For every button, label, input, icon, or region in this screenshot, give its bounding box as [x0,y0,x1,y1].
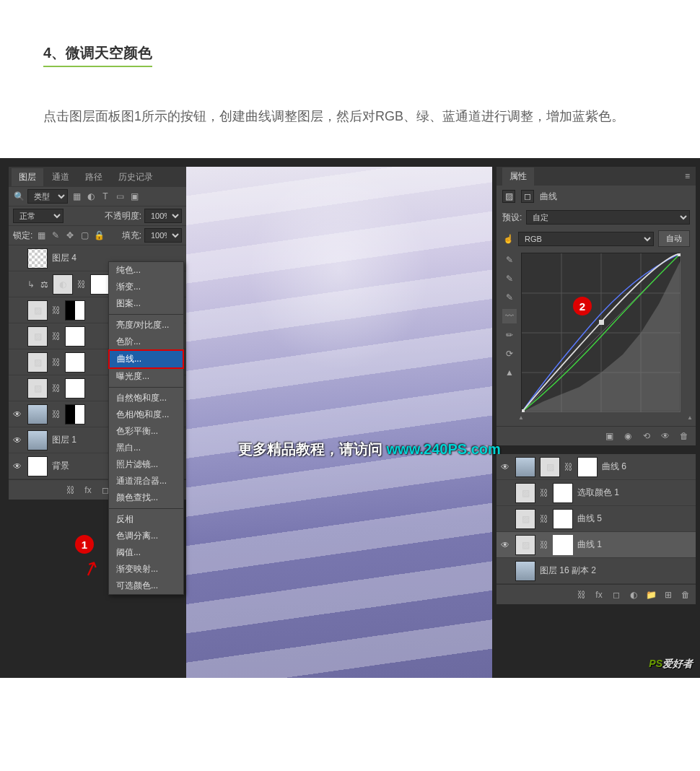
menu-selective-color[interactable]: 可选颜色... [109,578,183,594]
trash-icon[interactable]: 🗑 [678,431,690,441]
balance-icon: ⚖ [40,279,48,289]
filter-adjust-icon[interactable]: ◐ [85,191,97,202]
menu-hue-sat[interactable]: 色相/饱和度... [109,406,183,423]
layer-item[interactable]: 👁 ▨ ⛓ 曲线 6 [496,454,696,480]
opacity-select[interactable]: 100% [144,209,182,223]
eyedropper-black-icon[interactable]: ✎ [502,253,517,267]
lock-move-icon[interactable]: ✥ [64,230,76,241]
curve-graph[interactable] [521,253,680,411]
menu-channel-mixer[interactable]: 通道混合器... [109,473,183,489]
visibility-toggle[interactable]: 👁 [499,539,511,551]
visibility-toggle[interactable] [12,357,23,368]
visibility-toggle[interactable] [12,331,23,342]
adj-thumb: ▨ [27,352,48,373]
previous-state-icon[interactable]: ◉ [622,431,634,441]
new-group-icon[interactable]: 📁 [645,590,657,600]
visibility-toggle[interactable] [499,513,511,525]
layer-name: 选取颜色 1 [577,487,693,499]
new-adjustment-layer-icon[interactable]: ◐ [628,590,639,600]
link-icon: ⛓ [564,462,573,472]
hand-icon[interactable]: ☝ [502,233,514,245]
menu-solid-color[interactable]: 纯色... [109,262,183,279]
visibility-toggle[interactable] [12,253,23,264]
channel-select[interactable]: RGB [518,232,654,246]
curve-handle [599,320,604,325]
menu-exposure[interactable]: 曝光度... [109,368,183,385]
layer-item[interactable]: ▨ ⛓ 选取颜色 1 [496,480,696,506]
fill-select[interactable]: 100% [144,228,182,243]
smooth-icon[interactable]: ⟳ [502,347,517,361]
lock-all-icon[interactable]: 🔒 [93,230,105,241]
filter-image-icon[interactable]: ▦ [71,191,82,202]
visibility-toggle[interactable] [12,305,23,316]
blend-mode-select[interactable]: 正常 [13,209,64,223]
adj-icon-thumb: ▨ [515,483,535,503]
curve-pencil-tool-icon[interactable]: ✏ [502,328,517,342]
tab-paths[interactable]: 路径 [78,168,110,186]
filter-shape-icon[interactable]: ▭ [114,191,126,202]
clip-icon[interactable]: ▲ [502,365,517,380]
tab-layers[interactable]: 图层 [12,168,43,186]
props-footer: ▣ ◉ ⟲ 👁 🗑 [496,426,696,445]
layer-item[interactable]: 图层 16 副本 2 [496,558,696,584]
lock-artboard-icon[interactable]: ▢ [79,230,90,241]
menu-color-lookup[interactable]: 颜色查找... [109,489,183,506]
visibility-toggle[interactable]: 👁 [12,409,23,420]
filter-smart-icon[interactable]: ▣ [128,191,140,202]
menu-gradient[interactable]: 渐变... [109,279,183,295]
menu-curves[interactable]: 曲线... [108,349,184,369]
clip-to-layer-icon[interactable]: ▣ [603,431,615,441]
visibility-toggle[interactable] [499,487,511,499]
watermark-link[interactable]: www.240PS.com [387,441,501,457]
menu-vibrance[interactable]: 自然饱和度... [109,390,183,406]
adjustment-type-label: 曲线 [540,191,557,203]
menu-invert[interactable]: 反相 [109,511,183,528]
link-icon: ⛓ [52,409,61,419]
layer-item[interactable]: 👁 ▨ ⛓ 曲线 1 [496,532,696,558]
eyedropper-gray-icon[interactable]: ✎ [502,271,517,286]
tab-channels[interactable]: 通道 [45,168,76,186]
auto-button[interactable]: 自动 [658,230,690,247]
link-layers-icon[interactable]: ⛓ [576,590,587,600]
link-icon: ⛓ [52,331,61,341]
visibility-toggle[interactable] [12,383,23,394]
tab-history[interactable]: 历史记录 [111,168,160,186]
lock-trans-icon[interactable]: ▦ [35,230,47,241]
menu-posterize[interactable]: 色调分离... [109,528,183,544]
menu-photo-filter[interactable]: 照片滤镜... [109,456,183,473]
menu-pattern[interactable]: 图案... [109,295,183,312]
filter-text-icon[interactable]: T [100,191,111,202]
link-icon: ⛓ [540,488,548,498]
visibility-toggle[interactable] [12,279,23,290]
visibility-toggle[interactable] [499,565,511,577]
menu-gradient-map[interactable]: 渐变映射... [109,561,183,578]
panel-menu-icon[interactable]: ≡ [685,171,690,181]
link-icon: ⛓ [540,514,548,524]
fx-icon[interactable]: fx [82,485,94,495]
new-layer-icon[interactable]: ⊞ [662,590,674,600]
toggle-visibility-icon[interactable]: 👁 [660,431,671,441]
input-slider[interactable] [521,414,690,422]
link-layers-icon[interactable]: ⛓ [65,485,76,495]
menu-color-balance[interactable]: 色彩平衡... [109,423,183,440]
layer-filter-row: 🔍 类型 ▦ ◐ T ▭ ▣ [9,187,186,206]
layer-item[interactable]: ▨ ⛓ 曲线 5 [496,506,696,532]
reset-icon[interactable]: ⟲ [641,431,652,441]
lock-paint-icon[interactable]: ✎ [50,230,61,241]
curve-point-tool-icon[interactable]: 〰 [502,309,517,323]
preset-select[interactable]: 自定 [526,210,690,225]
eyedropper-white-icon[interactable]: ✎ [502,290,517,305]
link-icon: ⛓ [52,305,61,315]
visibility-toggle[interactable]: 👁 [12,461,23,472]
filter-type-select[interactable]: 类型 [27,189,68,204]
mask-icon[interactable]: ◻ [611,590,622,600]
tab-properties[interactable]: 属性 [502,167,534,186]
menu-brightness[interactable]: 亮度/对比度... [109,317,183,334]
visibility-toggle[interactable]: 👁 [499,461,511,473]
visibility-toggle[interactable]: 👁 [12,435,23,446]
menu-levels[interactable]: 色阶... [109,334,183,350]
fx-icon[interactable]: fx [593,590,605,600]
menu-bw[interactable]: 黑白... [109,440,183,456]
menu-threshold[interactable]: 阈值... [109,544,183,561]
delete-layer-icon[interactable]: 🗑 [680,590,691,600]
